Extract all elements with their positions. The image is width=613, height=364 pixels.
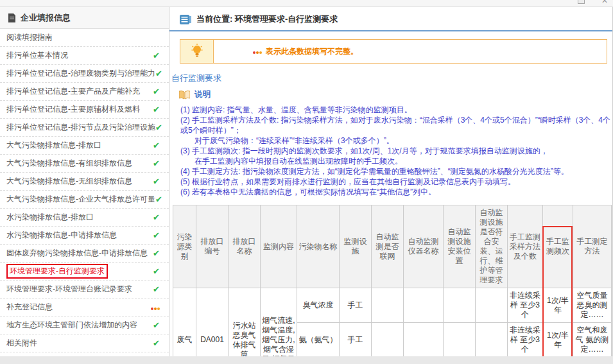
col-header: 自动监测设施安装位置 [444,205,476,288]
sidebar-item-label: 大气污染物排放信息-无组织排放信息 [6,176,132,187]
check-icon: ✔ [153,141,160,150]
table-header-row: 污染源类别 排放口编号 排放口名称 监测内容 污染物名称 监测设施 自动监测是否… [173,205,612,288]
check-icon: ✔ [153,230,160,240]
sidebar-item-label-active: 环境管理要求-自行监测要求 [6,264,108,279]
cell-auto-connected [372,288,404,323]
sidebar-item-label: 地方生态环境主管部门依法增加的内容 [6,320,137,331]
cell-auto-device [404,288,444,323]
check-icon: ✔ [153,177,160,186]
check-icon: ✔ [153,320,160,330]
sidebar-item-reading-guide[interactable]: 阅读填报指南 [0,29,169,47]
sidebar-item-label: 环境管理要求-环境管理台账记录要求 [6,284,132,295]
instructions-list: (1) 监测内容: 指气量、水量、温度、含氧量等非污染物的监测项目。 (2) 手… [180,105,612,197]
cell-pollutant: 臭气浓度 [297,288,340,323]
sidebar-item-label: 排污单位登记信息-排污节点及污染治理设施 [6,122,155,133]
instruction-line: 在手工监测内容中填报自动在线监测出现故障时的手工频次。 [180,156,612,166]
content-pane: 当前位置: 环境管理要求-自行监测要求 表示此条数据填写不完整。 [169,7,613,356]
cell-auto-device [404,323,444,357]
cell-outlet-name: 污水站恶臭气体排气筒 [229,288,261,357]
sidebar-item-label: 排污单位登记信息-治理废物类别与治理能力 [6,68,155,79]
cell-auto-comply [476,323,508,357]
sidebar-item-label: 水污染物排放信息-排放口 [6,212,94,223]
cell-facility: 手工 [340,323,372,357]
col-header: 污染物名称 [297,205,340,288]
instruction-line: (2) 手工监测采样方法及个数: 指污染物采样方法，如对于废水污染物：“混合采样… [180,115,612,135]
table-row: 废气 DA001 污水站恶臭气体排气筒 烟气流速,烟气温度,烟气压力,烟气含湿量… [173,288,612,323]
sidebar-item-attachments[interactable]: 相关附件 ✔ [0,334,169,352]
cell-manual-freq: 1次/半年 [543,288,573,323]
cell-manual-freq: 1次/半年 [543,323,573,357]
check-icon: ✔ [155,69,162,78]
main-layout: 企业填报信息 阅读填报指南 排污单位基本情况 ✔ 排污单位登记信息-治理废物类别… [0,7,613,356]
sidebar-item-ledger-record[interactable]: 环境管理要求-环境管理台账记录要求 ✔ [0,281,169,299]
col-header: 自动监测设施是否符合安装、运行、维护等管理要求 [476,205,508,288]
sidebar-item-label: 相关附件 [6,338,37,349]
note-row: 说明 [179,89,612,100]
document-icon [8,13,16,22]
sidebar-item-discharge-nodes[interactable]: 排污单位登记信息-排污节点及污染治理设施 ✔ [0,119,169,137]
cell-pollution-source: 废气 [173,288,196,357]
note-label: 说明 [194,89,211,100]
section-title: 自行监测要求 [171,73,612,84]
sidebar-item-raw-materials[interactable]: 排污单位登记信息-主要原辅材料及燃料 ✔ [0,101,169,119]
sidebar-item-label: 大气污染物排放信息-排放口 [6,140,101,151]
restore-window-icon[interactable] [578,0,585,4]
sidebar-item-solid-waste[interactable]: 固体废弃物污染物排放信息-申请排放信息 ✔ [0,245,169,263]
sidebar-item-water-apply[interactable]: 水污染物排放信息-申请排放信息 ✔ [0,227,169,245]
sidebar-item-waste-category[interactable]: 排污单位登记信息-治理废物类别与治理能力 ✔ [0,65,169,83]
notice-icon-cell [180,40,214,63]
current-location-text: 当前位置: 环境管理要求-自行监测要求 [196,13,338,25]
col-header: 污染源类别 [173,205,196,288]
section-content: 自行监测要求 说明 (1) 监测内容: 指气量、水量、温度、含氧量等非污染物的监… [169,64,612,356]
monitoring-requirements-table: 污染源类别 排放口编号 排放口名称 监测内容 污染物名称 监测设施 自动监测是否… [173,205,612,356]
cell-monitor-content: 烟气流速,烟气温度,烟气压力,烟气含湿量,烟气量 [261,288,297,357]
col-header: 手工测定方法 [573,205,612,288]
sidebar-item-label: 排污单位基本情况 [6,50,68,61]
notice-message-text: 表示此条数据填写不完整。 [266,46,358,57]
check-icon: ✔ [153,51,160,60]
sidebar-item-air-unorganized[interactable]: 大气污染物排放信息-无组织排放信息 ✔ [0,173,169,191]
col-header-highlighted: 手工监测频次 [543,205,573,288]
col-header: 监测设施 [340,205,372,288]
check-icon: ✔ [155,123,162,132]
sidebar-item-air-organized[interactable]: 大气污染物排放信息-有组织排放信息 ✔ [0,155,169,173]
cell-manual-method: 非连续采样 至少3个 [508,288,543,323]
sidebar-item-label: 阅读填报指南 [6,32,53,43]
check-icon: ✔ [153,159,160,168]
sidebar-header: 企业填报信息 [0,7,169,29]
sidebar-item-local-authority[interactable]: 地方生态环境主管部门依法增加的内容 ✔ [0,316,169,334]
col-header: 自动监测仪器名称 [404,205,444,288]
check-icon: ✔ [153,338,160,348]
cell-auto-position [444,323,476,357]
cell-manual-measure: 空气质量 恶臭的测定…… [573,288,612,323]
col-header: 自动监测是否联网 [372,205,404,288]
instruction-line: (3) 手工监测频次: 指一段时期内的监测次数要求，如1次/周、1次/月等，对于… [180,146,612,156]
instruction-line: 对于废气污染物：“连续采样”“非连续采样（3个或多个）”。 [180,135,612,146]
col-header: 排放口名称 [229,205,261,288]
sidebar-item-label: 补充登记信息 [6,302,53,313]
sidebar-item-self-monitoring[interactable]: 环境管理要求-自行监测要求 ✔ [0,263,169,281]
cell-facility: 手工 [340,288,372,323]
sidebar-item-basic-info[interactable]: 排污单位基本情况 ✔ [0,47,169,65]
sidebar-item-main-products[interactable]: 排污单位登记信息-主要产品及产能补充 ✔ [0,83,169,101]
sidebar-item-label: 大气污染物排放信息-有组织排放信息 [6,158,132,169]
sidebar-item-air-total-permit[interactable]: 大气污染物排放信息-企业大气排放总许可量 ✔ [0,191,169,209]
sidebar: 企业填报信息 阅读填报指南 排污单位基本情况 ✔ 排污单位登记信息-治理废物类别… [0,7,169,356]
sidebar-item-label: 固体废弃物污染物排放信息-申请排放信息 [6,248,148,259]
check-icon: ✔ [153,284,160,294]
sidebar-item-air-outlet[interactable]: 大气污染物排放信息-排放口 ✔ [0,137,169,155]
instruction-line: (6) 若有本表格中无法囊括的信息，可根据实际情况填写在“其他信息”列中。 [180,187,612,197]
incomplete-dots-icon [150,303,160,312]
lightbulb-icon [191,44,203,59]
cell-manual-measure: 空气和废气 氨的测定…… [573,323,612,357]
sidebar-item-water-outlet[interactable]: 水污染物排放信息-排放口 ✔ [0,209,169,227]
sidebar-item-supplementary-info[interactable]: 补充登记信息 [0,299,169,316]
check-icon: ✔ [153,212,160,222]
check-icon: ✔ [153,248,160,258]
open-book-icon [179,91,190,100]
col-header: 手工监测采样方法及个数 [508,205,543,288]
instruction-line: (4) 手工测定方法: 指污染物浓度测定方法，如“测定化学需氧量的重铬酸钾法”、… [180,166,612,177]
close-window-icon[interactable]: ✕ [601,0,608,5]
col-header: 排放口编号 [196,205,229,288]
cell-pollutant: 氨（氨气） [297,323,340,357]
